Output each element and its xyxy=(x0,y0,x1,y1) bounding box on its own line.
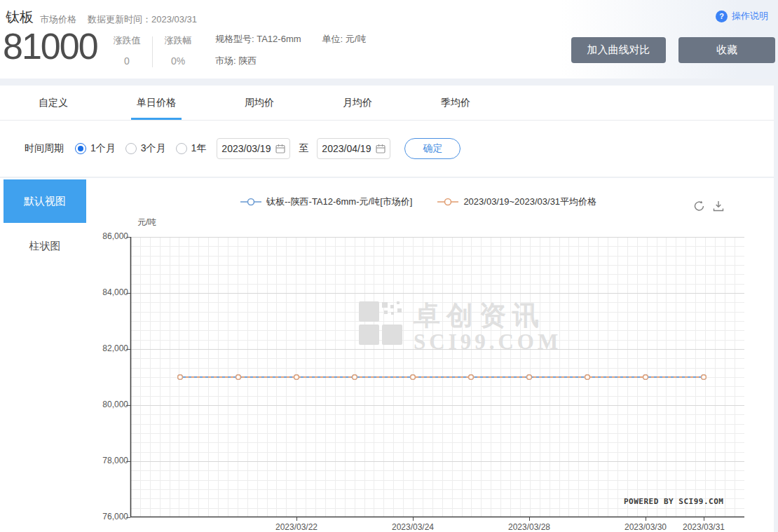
period-label: 时间周期 xyxy=(25,142,64,155)
update-time: 数据更新时间：2023/03/31 xyxy=(88,13,197,26)
tab-weekly-average[interactable]: 周均价 xyxy=(245,86,274,120)
change-value-label: 涨跌值 xyxy=(107,34,146,47)
sidebar-item-bar-chart[interactable]: 柱状图 xyxy=(0,240,90,253)
radio-3-month[interactable]: 3个月 xyxy=(125,142,166,155)
radio-1-month[interactable]: 1个月 xyxy=(75,142,116,155)
confirm-button[interactable]: 确定 xyxy=(404,138,460,159)
tab-daily-price[interactable]: 单日价格 xyxy=(137,86,176,120)
tab-quarterly-average[interactable]: 季均价 xyxy=(441,86,470,120)
current-price: 81000 xyxy=(3,25,97,67)
watermark: 卓创资讯 SCI99.COM xyxy=(359,301,561,355)
legend-item-market-price[interactable]: 钛板--陕西-TA12-6mm-元/吨[市场价] xyxy=(240,196,412,208)
question-mark-icon: ? xyxy=(716,11,728,22)
tab-monthly-average[interactable]: 月均价 xyxy=(343,86,372,120)
spec-market: 市场: 陕西 xyxy=(215,55,366,67)
y-axis-tick-label: 80,000 xyxy=(72,400,128,409)
favorite-button[interactable]: 收藏 xyxy=(678,37,775,63)
price-line-chart xyxy=(126,237,750,527)
powered-by-label: POWERED BY SCI99.COM xyxy=(624,497,723,506)
line-circle-marker-icon xyxy=(240,198,261,206)
x-axis-tick-label: 2023/03/24 xyxy=(381,522,444,532)
period-options: 1个月 3个月 1年 xyxy=(75,142,206,155)
change-pct-label: 涨跌幅 xyxy=(158,34,198,47)
sci99-logo-icon xyxy=(359,301,402,345)
spec-model: 规格型号: TA12-6mm xyxy=(215,34,301,44)
spec-info: 规格型号: TA12-6mm单位: 元/吨 市场: 陕西 xyxy=(215,33,366,67)
x-axis-tick-label: 2023/03/31 xyxy=(672,522,735,532)
y-axis-tick-label: 86,000 xyxy=(72,231,128,241)
radio-1-year[interactable]: 1年 xyxy=(176,142,207,155)
x-axis-tick-label: 2023/03/30 xyxy=(614,522,677,532)
price-tabs: 自定义 单日价格 周均价 月均价 季均价 xyxy=(0,86,774,121)
change-pct-block: 涨跌幅 0% xyxy=(158,34,198,67)
radio-icon xyxy=(176,143,187,154)
watermark-en-text: SCI99.COM xyxy=(414,329,561,355)
calendar-icon xyxy=(275,144,285,154)
sidebar-item-default-view[interactable]: 默认视图 xyxy=(4,179,86,223)
change-value-block: 涨跌值 0 xyxy=(107,34,146,67)
help-link-label: 操作说明 xyxy=(732,10,768,22)
start-date-input[interactable]: 2023/03/19 xyxy=(217,138,290,159)
change-value: 0 xyxy=(107,55,146,67)
radio-icon xyxy=(75,143,86,154)
page-title: 钛板 xyxy=(6,8,34,27)
y-axis-unit-label: 元/吨 xyxy=(137,217,156,229)
line-circle-marker-icon xyxy=(437,198,458,206)
radio-icon xyxy=(125,143,137,154)
chart-legend: 钛板--陕西-TA12-6mm-元/吨[市场价] 2023/03/19~2023… xyxy=(91,196,746,208)
watermark-cn-text: 卓创资讯 xyxy=(414,301,561,331)
tab-custom[interactable]: 自定义 xyxy=(39,86,68,120)
spec-unit: 单位: 元/吨 xyxy=(322,34,367,44)
end-date-input[interactable]: 2023/04/19 xyxy=(317,138,390,159)
help-link[interactable]: ? 操作说明 xyxy=(716,10,768,22)
time-filter-bar: 时间周期 1个月 3个月 1年 2023/03/19 至 2023/04/19 … xyxy=(0,121,774,177)
calendar-icon xyxy=(376,144,385,154)
y-axis-tick-label: 82,000 xyxy=(72,343,128,353)
y-axis-tick-label: 76,000 xyxy=(72,512,128,521)
y-axis-tick-label: 84,000 xyxy=(72,287,128,297)
chart-section: 默认视图 柱状图 钛板--陕西-TA12-6mm-元/吨[市场价] 2023/0… xyxy=(0,178,774,532)
legend-item-average-price[interactable]: 2023/03/19~2023/03/31平均价格 xyxy=(437,196,596,208)
refresh-icon[interactable] xyxy=(692,200,706,212)
active-tab-underline xyxy=(131,118,182,120)
change-pct: 0% xyxy=(158,55,198,67)
add-to-curve-compare-button[interactable]: 加入曲线对比 xyxy=(571,37,666,63)
divider xyxy=(152,36,153,67)
update-time-value: 2023/03/31 xyxy=(151,14,197,25)
header: 钛板 市场价格 数据更新时间：2023/03/31 81000 涨跌值 0 涨跌… xyxy=(0,0,778,79)
x-axis-tick-label: 2023/03/22 xyxy=(265,522,328,532)
update-time-label: 数据更新时间： xyxy=(88,14,151,25)
price-type-label: 市场价格 xyxy=(40,13,76,26)
to-label: 至 xyxy=(299,142,308,155)
x-axis-tick-label: 2023/03/28 xyxy=(498,522,561,532)
y-axis-tick-label: 78,000 xyxy=(72,456,128,465)
download-icon[interactable] xyxy=(712,200,725,212)
